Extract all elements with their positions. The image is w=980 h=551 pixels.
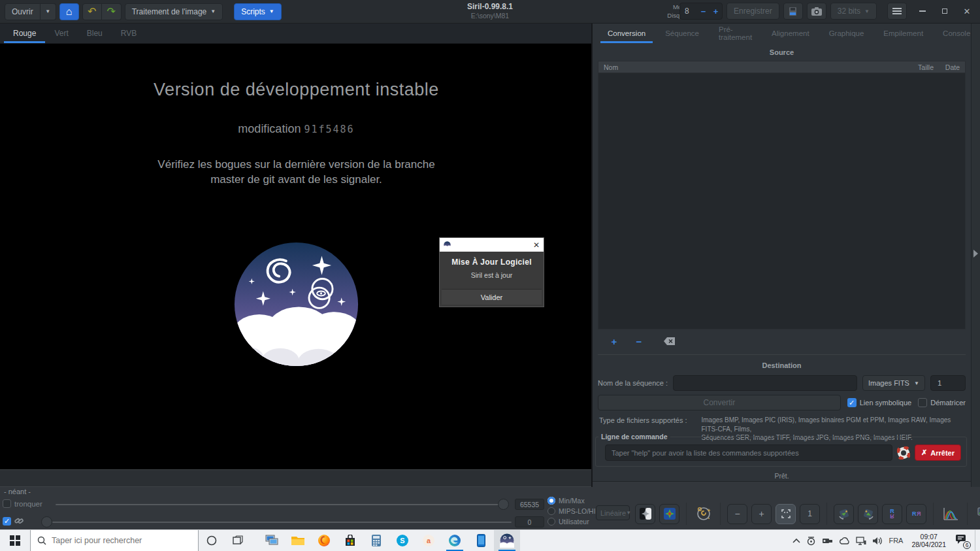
false-color-button[interactable] — [659, 504, 679, 524]
notification-center-button[interactable]: 6 — [955, 533, 969, 548]
radio-minmax[interactable]: Min/Max — [547, 497, 585, 505]
taskbar-app-file-explorer[interactable] — [285, 530, 311, 551]
high-slider-track[interactable] — [56, 504, 508, 505]
source-file-list[interactable] — [598, 73, 966, 329]
truncate-checkbox[interactable] — [3, 499, 11, 508]
taskbar-app-store[interactable] — [337, 530, 363, 551]
display-mode-dropdown[interactable]: Linéaire ▼ — [596, 505, 630, 520]
tray-device-icon[interactable] — [822, 537, 833, 544]
scripts-menu[interactable]: Scripts▼ — [234, 3, 282, 20]
sequence-name-input[interactable] — [673, 375, 857, 391]
output-format-dropdown[interactable]: Images FITS ▼ — [862, 375, 925, 391]
taskbar-app-firefox[interactable] — [311, 530, 337, 551]
taskbar-app-your-phone[interactable] — [468, 530, 494, 551]
column-date[interactable]: Date — [934, 63, 965, 71]
command-input[interactable] — [605, 444, 892, 461]
tab-conversion[interactable]: Conversion — [599, 24, 654, 43]
taskbar-app-siril[interactable] — [494, 530, 520, 551]
column-nom[interactable]: Nom — [598, 63, 900, 71]
validate-button[interactable]: Valider — [442, 289, 542, 305]
rotate-right-button[interactable] — [858, 504, 878, 524]
tab-rvb[interactable]: RVB — [112, 24, 146, 43]
zoom-one-button[interactable]: 1 — [800, 504, 820, 524]
taskbar-app-remote-desktop[interactable] — [259, 530, 285, 551]
threads-decrease-button[interactable]: − — [697, 7, 710, 16]
bit-depth-dropdown[interactable]: 32 bits▼ — [830, 3, 877, 20]
save-as-button[interactable] — [783, 3, 803, 20]
astrometry-button[interactable] — [693, 504, 713, 524]
link-channels-checkbox[interactable]: ✓ — [3, 517, 11, 526]
stop-button[interactable]: ✗ Arrêter — [915, 444, 961, 461]
canvas-horizontal-scrollbar[interactable] — [0, 469, 593, 487]
undo-button[interactable]: ↶ — [82, 3, 102, 20]
clock[interactable]: 09:07 28/04/2021 — [911, 533, 946, 548]
histogram-button[interactable] — [940, 504, 960, 524]
radio-mips[interactable]: MIPS-LO/HI — [547, 507, 596, 515]
clear-list-button[interactable] — [661, 335, 678, 348]
language-indicator[interactable]: FRA — [889, 537, 903, 544]
tray-expand-icon[interactable] — [792, 538, 800, 543]
fit-to-window-button[interactable] — [776, 504, 796, 524]
debayer-option[interactable]: Dématricer — [918, 398, 966, 407]
taskbar-app-a[interactable]: a — [416, 530, 442, 551]
flip-horizontal-button[interactable]: R R — [882, 504, 902, 524]
snapshot-button[interactable] — [807, 3, 826, 20]
tab-empilement[interactable]: Empilement — [875, 24, 932, 43]
close-button[interactable]: ✕ — [958, 3, 976, 20]
debayer-checkbox[interactable] — [918, 398, 927, 407]
tab-pretraitement[interactable]: Pré-traitement — [710, 24, 760, 43]
zoom-out-button[interactable]: − — [727, 504, 747, 524]
image-processing-menu[interactable]: Traitement de l'image▼ — [125, 3, 223, 20]
volume-icon[interactable] — [872, 537, 883, 545]
low-value-box[interactable]: 0 — [515, 516, 544, 527]
cortana-button[interactable] — [199, 530, 225, 551]
panel-collapse-gutter[interactable] — [971, 24, 980, 487]
maximize-button[interactable] — [936, 3, 954, 20]
minimize-button[interactable] — [913, 3, 932, 20]
rotate-left-button[interactable] — [834, 504, 854, 524]
tab-graphique[interactable]: Graphique — [821, 24, 873, 43]
convert-button[interactable]: Convertir — [598, 395, 841, 410]
taskbar-app-skype[interactable]: S — [389, 530, 416, 551]
show-desktop-button[interactable] — [975, 530, 977, 551]
taskbar-app-edge[interactable] — [442, 530, 468, 551]
radio-mips-circle[interactable] — [547, 507, 555, 515]
task-view-button[interactable] — [225, 530, 251, 551]
taskbar-search[interactable] — [30, 530, 199, 551]
start-index-spinner[interactable]: 1 — [930, 375, 966, 391]
redo-button[interactable]: ↷ — [102, 3, 122, 20]
menu-button[interactable] — [887, 3, 907, 20]
open-recent-dropdown[interactable]: ▼ — [41, 3, 56, 20]
zoom-in-button[interactable]: + — [751, 504, 772, 524]
onedrive-cloud-icon[interactable] — [839, 537, 850, 544]
radio-user-circle[interactable] — [547, 518, 555, 526]
dialog-close-icon[interactable]: ✕ — [533, 241, 540, 249]
tab-sequence[interactable]: Séquence — [657, 24, 708, 43]
high-value-box[interactable]: 65535 — [515, 499, 544, 510]
tab-alignement[interactable]: Alignement — [763, 24, 818, 43]
high-slider-handle[interactable] — [498, 499, 509, 510]
tab-vert[interactable]: Vert — [45, 24, 77, 43]
symlink-option[interactable]: ✓ Lien symbolique — [847, 398, 912, 407]
update-dialog-titlebar[interactable]: ✕ — [440, 238, 544, 252]
taskbar-app-calculator[interactable] — [363, 530, 389, 551]
low-slider-track[interactable] — [52, 522, 512, 523]
save-button[interactable]: Enregistrer — [727, 3, 779, 20]
command-help-icon[interactable] — [897, 446, 910, 459]
tray-eject-icon[interactable] — [806, 536, 816, 546]
home-button[interactable]: ⌂ — [59, 3, 79, 20]
symlink-checkbox[interactable]: ✓ — [847, 398, 857, 407]
network-icon[interactable] — [856, 537, 866, 545]
radio-minmax-circle[interactable] — [547, 497, 555, 505]
flip-vertical-button[interactable]: RR — [906, 504, 926, 524]
negative-view-button[interactable] — [635, 504, 655, 524]
column-taille[interactable]: Taille — [900, 63, 934, 71]
open-button[interactable]: Ouvrir — [5, 3, 41, 20]
search-input[interactable] — [52, 536, 182, 545]
image-list-button[interactable] — [974, 504, 980, 524]
tab-rouge[interactable]: Rouge — [4, 24, 45, 43]
expand-panel-arrow-icon[interactable] — [973, 250, 978, 258]
low-slider-handle[interactable] — [41, 516, 52, 527]
threads-increase-button[interactable]: + — [710, 7, 722, 16]
tab-bleu[interactable]: Bleu — [78, 24, 112, 43]
